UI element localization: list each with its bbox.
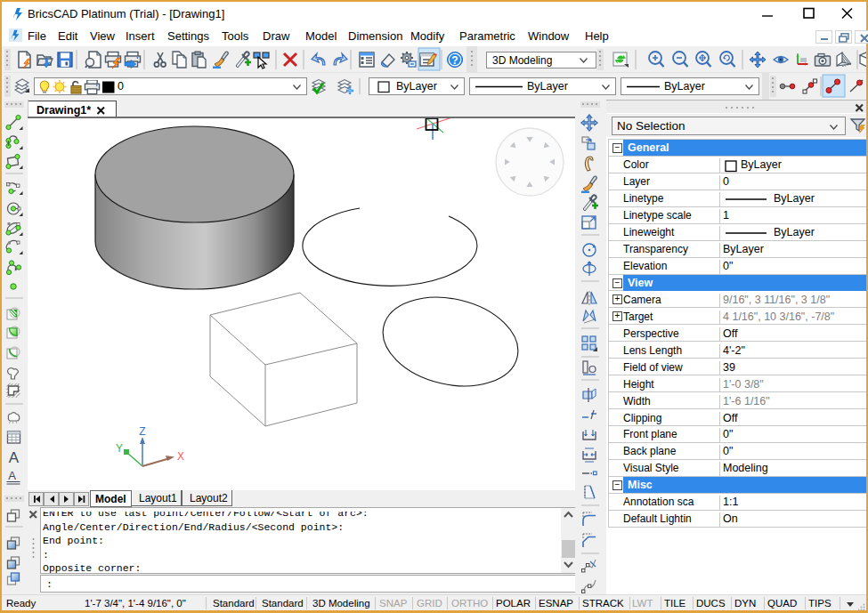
svg-text:Z: Z <box>139 425 145 438</box>
svg-text:?: ? <box>451 54 458 67</box>
svg-text:A: A <box>9 449 20 466</box>
svg-text:X: X <box>177 450 184 463</box>
svg-text:Y: Y <box>116 442 123 455</box>
svg-text:A: A <box>8 469 16 482</box>
